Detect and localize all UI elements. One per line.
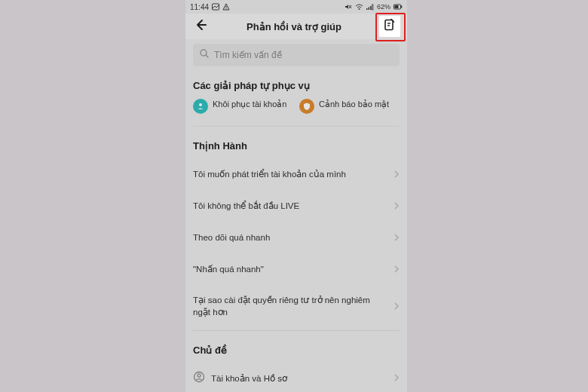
svg-rect-6 [366,8,368,10]
svg-rect-2 [226,8,227,9]
content-area: Tìm kiếm vấn đề Các giải pháp tự phục vụ… [185,44,407,386]
feedback-button-wrap [377,15,403,38]
recover-account-icon [193,99,208,114]
svg-rect-7 [368,8,369,11]
page-title: Phản hồi và trợ giúp [211,21,377,32]
chevron-right-icon [394,231,400,245]
search-icon [199,48,210,62]
arrow-left-icon [194,18,207,35]
list-item-label: Tại sao cài đặt quyền riêng tư trở nên n… [193,295,394,318]
topic-label: Tài khoản và Hồ sơ [211,373,287,384]
self-service-security-alert[interactable]: Cảnh báo bảo mật [299,99,400,114]
phone-frame: 11:44 62% [185,0,407,392]
svg-point-5 [358,8,360,10]
form-edit-icon [383,18,397,35]
warning-icon [222,3,230,11]
mute-icon [345,3,352,11]
chevron-right-icon [394,263,400,277]
svg-point-18 [199,103,202,106]
trending-list: Tôi muốn phát triển tài khoản của mình T… [193,159,400,331]
svg-rect-9 [372,5,373,10]
search-input[interactable]: Tìm kiếm vấn đề [193,44,400,66]
battery-icon [394,3,403,11]
self-service-row: Khôi phục tài khoản Cảnh báo bảo mật [193,99,400,127]
topic-item[interactable]: Tài khoản và Hồ sơ [193,363,400,386]
feedback-form-button[interactable] [379,16,400,37]
self-service-title: Các giải pháp tự phục vụ [193,80,400,91]
svg-rect-12 [401,6,402,8]
status-bar: 11:44 62% [185,0,407,14]
wifi-icon [355,3,363,11]
self-service-label: Cảnh báo bảo mật [319,99,389,109]
svg-rect-13 [385,20,393,30]
status-time: 11:44 [190,3,209,11]
list-item[interactable]: Theo dõi quá nhanh [193,222,400,254]
security-alert-icon [299,99,314,114]
list-item-label: Theo dõi quá nhanh [193,232,394,244]
svg-point-20 [198,374,201,377]
chevron-right-icon [394,372,400,385]
self-service-recover-account[interactable]: Khôi phục tài khoản [193,99,293,114]
svg-rect-8 [370,6,372,10]
battery-pct: 62% [377,3,390,11]
list-item-label: Tôi muốn phát triển tài khoản của mình [193,169,394,181]
back-button[interactable] [190,16,211,37]
chevron-right-icon [394,168,400,182]
self-service-label: Khôi phục tài khoản [213,99,286,109]
picture-icon [212,3,219,11]
account-profile-icon [193,371,205,386]
trending-title: Thịnh Hành [193,140,400,152]
list-item-label: "Nhấn quá nhanh" [193,264,394,276]
svg-rect-1 [226,6,227,8]
svg-rect-11 [395,5,399,8]
list-item[interactable]: Tôi không thể bắt đầu LIVE [193,191,400,222]
search-placeholder: Tìm kiếm vấn đề [214,50,282,60]
list-item[interactable]: "Nhấn quá nhanh" [193,254,400,286]
list-item-label: Tôi không thể bắt đầu LIVE [193,201,394,213]
list-item[interactable]: Tôi muốn phát triển tài khoản của mình [193,159,400,191]
topics-title: Chủ đề [193,345,400,356]
list-item[interactable]: Tại sao cài đặt quyền riêng tư trở nên n… [193,286,400,327]
chevron-right-icon [394,300,400,314]
signal-icon [366,3,374,11]
svg-line-17 [206,55,208,57]
chevron-right-icon [394,200,400,213]
title-bar: Phản hồi và trợ giúp [185,14,407,39]
